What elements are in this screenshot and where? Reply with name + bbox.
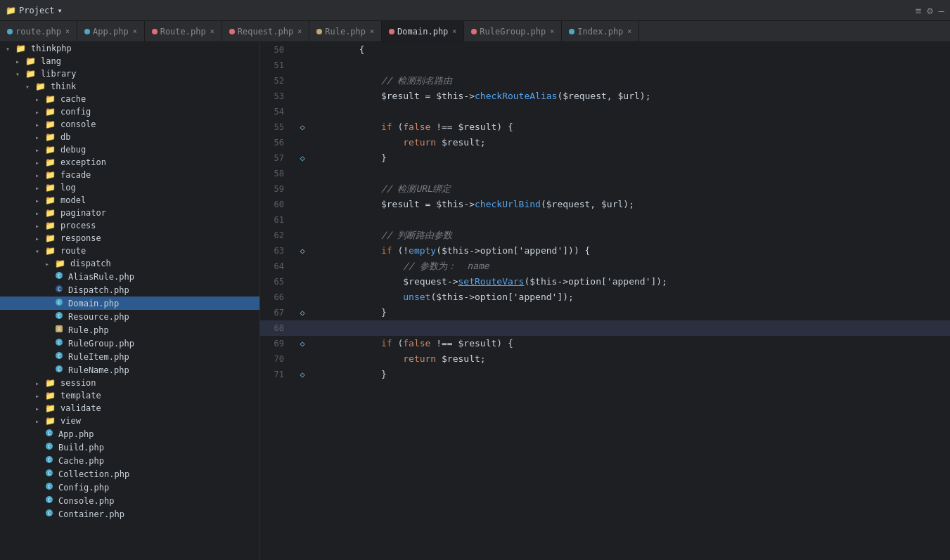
tab-dot-route — [7, 29, 13, 34]
sidebar-item-AliasRule[interactable]: CAliasRule.php — [0, 270, 259, 283]
sidebar-item-view[interactable]: ▸📁view — [0, 415, 259, 427]
sidebar-item-Console[interactable]: CConsole.php — [0, 494, 259, 507]
settings-icon[interactable]: ≡ — [916, 5, 921, 16]
tab-route[interactable]: route.php× — [0, 21, 77, 42]
tab-close-route[interactable]: × — [65, 27, 70, 35]
sidebar-item-Build[interactable]: CBuild.php — [0, 441, 259, 454]
code-editor[interactable]: 50 {51 52 // 检测别名路由53 $result = $this->c… — [260, 42, 950, 560]
sidebar-item-Cache[interactable]: CCache.php — [0, 454, 259, 467]
tree-label-library: library — [41, 69, 77, 79]
tree-arrow-model: ▸ — [35, 197, 42, 204]
sidebar-item-lang[interactable]: ▸📁lang — [0, 55, 259, 67]
tab-routeclass[interactable]: Route.php× — [145, 21, 222, 42]
breakpoint-icon-57[interactable]: ◇ — [300, 153, 304, 163]
breakpoint-icon-69[interactable]: ◇ — [300, 339, 304, 349]
sidebar-item-Rule[interactable]: RRule.php — [0, 323, 259, 337]
tree-icon-library: 📁 — [25, 69, 36, 79]
breakpoint-icon-71[interactable]: ◇ — [300, 370, 304, 379]
tab-close-rule[interactable]: × — [370, 27, 374, 35]
sidebar-item-exception[interactable]: ▸📁exception — [0, 156, 259, 169]
code-line-61: 61 — [260, 212, 950, 228]
tab-close-rulegroup[interactable]: × — [550, 27, 554, 35]
sidebar-item-RuleName[interactable]: CRuleName.php — [0, 363, 259, 377]
sidebar-item-process[interactable]: ▸📁process — [0, 219, 259, 232]
tab-dot-app — [84, 29, 90, 34]
tree-icon-paginator: 📁 — [45, 208, 56, 218]
tab-close-index[interactable]: × — [627, 27, 631, 35]
sidebar-item-Container[interactable]: CContainer.php — [0, 507, 259, 521]
line-gutter-61 — [295, 212, 309, 228]
sidebar-item-library[interactable]: ▾📁library — [0, 67, 259, 80]
tree-arrow-think: ▾ — [25, 83, 32, 91]
sidebar-item-paginator[interactable]: ▸📁paginator — [0, 207, 259, 219]
tree-label-RuleGroup: RuleGroup.php — [68, 339, 134, 349]
tab-close-routeclass[interactable]: × — [210, 27, 214, 35]
tab-domain[interactable]: Domain.php× — [382, 21, 464, 42]
sidebar-item-validate[interactable]: ▸📁validate — [0, 402, 259, 415]
line-gutter-63: ◇ — [295, 243, 309, 259]
sidebar-item-Config[interactable]: CConfig.php — [0, 481, 259, 494]
sidebar-item-response[interactable]: ▸📁response — [0, 232, 259, 245]
project-arrow: ▾ — [58, 6, 63, 15]
gear-icon[interactable]: ⚙ — [927, 5, 932, 16]
line-code-53: $result = $this->checkRouteAlias($reques… — [309, 89, 656, 104]
tree-arrow-log: ▸ — [35, 184, 42, 192]
line-gutter-62 — [295, 228, 309, 243]
tab-app[interactable]: App.php× — [77, 21, 145, 42]
line-number-62: 62 — [260, 228, 295, 243]
sidebar-item-Domain[interactable]: CDomain.php — [0, 297, 259, 310]
line-gutter-52 — [295, 73, 309, 89]
breakpoint-icon-55[interactable]: ◇ — [300, 122, 304, 132]
line-gutter-67: ◇ — [295, 305, 309, 320]
tree-label-AliasRule: AliasRule.php — [68, 272, 134, 282]
breakpoint-icon-67[interactable]: ◇ — [300, 308, 304, 318]
breakpoint-icon-63[interactable]: ◇ — [300, 246, 304, 256]
tab-close-app[interactable]: × — [133, 27, 137, 35]
sidebar-item-RuleGroup[interactable]: CRuleGroup.php — [0, 337, 259, 350]
sidebar-item-console[interactable]: ▸📁console — [0, 118, 259, 131]
tab-rulegroup[interactable]: RuleGroup.php× — [464, 21, 562, 42]
tab-close-domain[interactable]: × — [452, 27, 456, 35]
tab-request[interactable]: Request.php× — [222, 21, 310, 42]
code-content: 50 {51 52 // 检测别名路由53 $result = $this->c… — [260, 42, 950, 382]
sidebar-item-thinkphp[interactable]: ▾📁thinkphp — [0, 42, 259, 55]
sidebar-item-think[interactable]: ▾📁think — [0, 80, 259, 93]
minimize-icon[interactable]: — — [939, 5, 944, 16]
sidebar-item-db[interactable]: ▸📁db — [0, 131, 259, 143]
tab-close-request[interactable]: × — [297, 27, 302, 35]
sidebar-item-model[interactable]: ▸📁model — [0, 194, 259, 207]
tree-arrow-response: ▸ — [35, 235, 42, 242]
tree-icon-App: C — [45, 429, 53, 439]
sidebar-item-template[interactable]: ▸📁template — [0, 389, 259, 402]
sidebar-item-cache[interactable]: ▸📁cache — [0, 93, 259, 105]
sidebar-item-debug[interactable]: ▸📁debug — [0, 143, 259, 156]
tree-icon-AliasRule: C — [55, 271, 63, 282]
sidebar-item-facade[interactable]: ▸📁facade — [0, 169, 259, 181]
line-code-51 — [309, 58, 326, 73]
sidebar-item-config[interactable]: ▸📁config — [0, 105, 259, 118]
sidebar-item-session[interactable]: ▸📁session — [0, 377, 259, 389]
tab-index[interactable]: Index.php× — [562, 21, 639, 42]
tab-rule[interactable]: Rule.php× — [309, 21, 382, 42]
sidebar-item-Dispatch[interactable]: CDispatch.php — [0, 283, 259, 297]
project-title[interactable]: 📁 Project ▾ — [6, 6, 63, 15]
sidebar-item-dispatch[interactable]: ▸📁dispatch — [0, 257, 259, 270]
titlebar-actions: ≡ ⚙ — — [916, 5, 944, 16]
sidebar-item-route[interactable]: ▾📁route — [0, 245, 259, 257]
tree-label-Domain: Domain.php — [68, 299, 119, 308]
tree-label-Build: Build.php — [58, 443, 104, 452]
sidebar-item-RuleItem[interactable]: CRuleItem.php — [0, 350, 259, 363]
project-label: Project — [19, 6, 55, 15]
tree-label-debug: debug — [60, 145, 86, 155]
line-gutter-69: ◇ — [295, 336, 309, 351]
tree-arrow-library: ▾ — [15, 70, 23, 78]
tree-label-facade: facade — [60, 170, 91, 180]
sidebar-item-Collection[interactable]: CCollection.php — [0, 467, 259, 481]
tree-label-lang: lang — [41, 56, 61, 66]
sidebar-item-log[interactable]: ▸📁log — [0, 181, 259, 194]
sidebar-item-App[interactable]: CApp.php — [0, 427, 259, 441]
sidebar-item-Resource[interactable]: CResource.php — [0, 310, 259, 323]
code-line-70: 70 return $result; — [260, 351, 950, 367]
line-code-52: // 检测别名路由 — [309, 73, 458, 89]
line-number-66: 66 — [260, 289, 295, 305]
